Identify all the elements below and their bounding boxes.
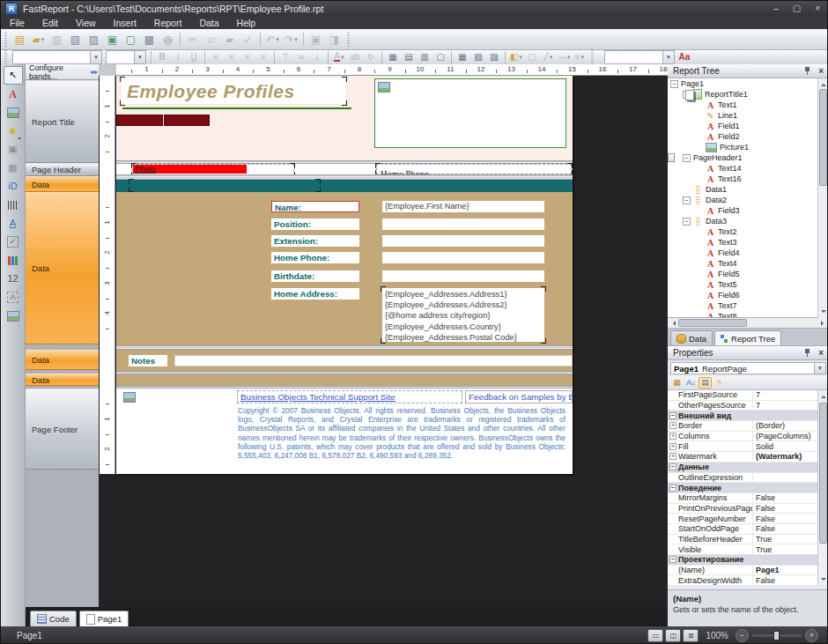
- single-page-view-button[interactable]: ▭: [647, 629, 663, 642]
- design-canvas[interactable]: 123456789101112131415161718 12123412 Emp…: [99, 64, 668, 607]
- close-icon[interactable]: ×: [818, 66, 824, 76]
- tree-item-text7[interactable]: AText7: [668, 300, 828, 311]
- band-data[interactable]: Data: [26, 374, 99, 386]
- menu-file[interactable]: File: [1, 18, 33, 28]
- cellular-text-tool[interactable]: 12: [4, 270, 23, 288]
- home-address-field[interactable]: {Employee_Addresses.Address1}{Employee_A…: [382, 288, 544, 342]
- property-startonoddpage[interactable]: StartOnOddPageFalse: [668, 524, 828, 535]
- field-label-position[interactable]: Position:: [271, 218, 359, 230]
- property-outlineexpression[interactable]: OutlineExpression: [668, 473, 828, 484]
- tree-item-field2[interactable]: AField2: [668, 131, 828, 142]
- select-tool[interactable]: ↖: [4, 66, 23, 85]
- page-header-band[interactable]: Photo Home Phone: [116, 164, 573, 174]
- expand-icon[interactable]: +: [669, 422, 676, 429]
- new-page-button[interactable]: ▣: [104, 31, 121, 48]
- find-button[interactable]: ◎: [159, 31, 176, 48]
- tree-item-page1[interactable]: −Page1: [668, 78, 828, 89]
- tree-item-text8[interactable]: AText8: [668, 311, 828, 318]
- tree-item-text14[interactable]: AText14: [668, 163, 828, 174]
- border-inside-button[interactable]: ▤: [402, 51, 416, 63]
- barcode-tool[interactable]: [4, 196, 23, 214]
- field-value[interactable]: [382, 218, 544, 230]
- scroll-left-icon[interactable]: [670, 321, 676, 326]
- chevron-down-icon[interactable]: ▾: [341, 54, 344, 61]
- chevron-down-icon[interactable]: ▾: [550, 54, 553, 61]
- scroll-thumb[interactable]: [819, 89, 827, 186]
- paste-button[interactable]: ▰: [221, 31, 238, 48]
- feedback-link[interactable]: Feedback on Samples by E-ma: [465, 390, 573, 403]
- tab-report-tree[interactable]: Report Tree: [714, 330, 781, 345]
- property-category[interactable]: −Данные: [668, 463, 828, 473]
- data3-band[interactable]: Name:{Employee.First Name}Position:Exten…: [116, 192, 573, 345]
- new-report-button[interactable]: ▤: [11, 31, 28, 48]
- checkbox-tool[interactable]: ✓: [4, 233, 23, 251]
- chevron-down-icon[interactable]: ▾: [134, 51, 145, 63]
- fill-color-button[interactable]: ◧▾: [509, 51, 523, 63]
- toolbar-handle[interactable]: [4, 50, 7, 64]
- matrix-tool[interactable]: iD: [4, 177, 23, 196]
- properties-view-button[interactable]: ▤: [699, 377, 712, 389]
- border-none-button[interactable]: ▢: [433, 51, 447, 63]
- tree-item-text2[interactable]: AText2: [668, 226, 828, 237]
- tab-data[interactable]: Data: [670, 330, 713, 345]
- rotate-text-button[interactable]: ↻: [364, 51, 378, 63]
- band-data[interactable]: Data: [26, 192, 99, 344]
- tree-item-pageheader1[interactable]: −PageHeader1: [668, 152, 828, 163]
- border-top-button[interactable]: ▦: [455, 51, 469, 63]
- property-category[interactable]: −Проектирование: [668, 555, 828, 566]
- property-border[interactable]: +Border(Border): [668, 421, 828, 432]
- valign-top-button[interactable]: ⊤: [278, 51, 292, 63]
- tree-item-field5[interactable]: AField5: [668, 269, 828, 279]
- notes-band[interactable]: Notes: [116, 350, 573, 371]
- toolbar-handle[interactable]: [347, 33, 350, 47]
- property-mirrormargins[interactable]: MirrorMarginsFalse: [668, 493, 828, 504]
- chart-tool[interactable]: [4, 251, 23, 270]
- toolbar-handle[interactable]: [4, 33, 7, 47]
- tree-horizontal-scrollbar[interactable]: [668, 318, 828, 329]
- property-titlebeforeheader[interactable]: TitleBeforeHeaderTrue: [668, 535, 828, 545]
- line-width-button[interactable]: ≡▾: [573, 51, 587, 63]
- chevron-down-icon[interactable]: ▾: [662, 51, 674, 63]
- picture-object-tool[interactable]: [4, 103, 23, 122]
- italic-button[interactable]: I: [171, 51, 185, 63]
- tree-item-field1[interactable]: AField1: [668, 121, 828, 131]
- pin-icon[interactable]: [804, 349, 810, 358]
- line-style-button[interactable]: —▾: [557, 51, 571, 63]
- properties-vertical-scrollbar[interactable]: [817, 390, 828, 586]
- field1-box[interactable]: [116, 115, 163, 126]
- property-grid[interactable]: FirstPageSource7OtherPagesSource7−Внешни…: [668, 390, 828, 586]
- tab-page1[interactable]: Page1: [79, 611, 129, 626]
- field-value[interactable]: [382, 270, 544, 282]
- menu-view[interactable]: View: [67, 18, 105, 28]
- highlight-button[interactable]: ab: [348, 51, 362, 63]
- chevron-down-icon[interactable]: ▾: [814, 363, 825, 374]
- tree-item-field6[interactable]: AField6: [668, 290, 828, 300]
- tree-item-text16[interactable]: AText16: [668, 174, 828, 184]
- property-columns[interactable]: +Columns(PageColumns): [668, 432, 828, 442]
- menu-data[interactable]: Data: [190, 18, 227, 28]
- field-value[interactable]: [382, 235, 544, 247]
- property-firstpagesource[interactable]: FirstPageSource7: [668, 390, 828, 401]
- report-title-band[interactable]: Employee Profiles: [116, 76, 573, 160]
- preview-button[interactable]: ▧: [67, 31, 84, 48]
- border-shadow-button[interactable]: ▨: [487, 51, 501, 63]
- chevron-down-icon[interactable]: ▾: [90, 51, 101, 63]
- tree-item-text4[interactable]: AText4: [668, 258, 828, 269]
- style-combo[interactable]: ▾: [604, 50, 675, 64]
- tree-item-field3[interactable]: AField3: [668, 205, 828, 216]
- text-object-tool[interactable]: A: [4, 85, 23, 103]
- zoom-slider[interactable]: [752, 634, 802, 637]
- picture1-box[interactable]: [374, 78, 566, 148]
- band-data[interactable]: Data: [26, 350, 99, 370]
- zoom-slider-thumb[interactable]: [773, 631, 780, 640]
- menu-insert[interactable]: Insert: [105, 18, 145, 28]
- menu-help[interactable]: Help: [228, 18, 265, 28]
- tab-code[interactable]: Code: [30, 611, 77, 626]
- tree-item-text1[interactable]: AText1: [668, 100, 828, 110]
- align-center-button[interactable]: ≡: [225, 51, 239, 63]
- richtext-tool[interactable]: A: [4, 214, 23, 233]
- tree-item-picture1[interactable]: Picture1: [668, 142, 828, 152]
- zoom-out-button[interactable]: −: [736, 629, 749, 642]
- tree-item-text5[interactable]: AText5: [668, 279, 828, 290]
- ole-object-tool[interactable]: [4, 307, 23, 325]
